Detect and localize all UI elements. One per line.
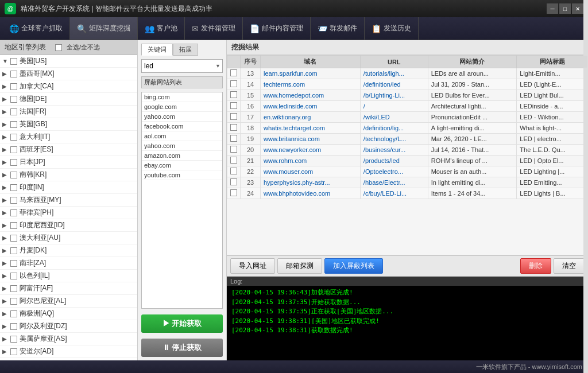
region-checkbox[interactable] xyxy=(10,134,17,141)
tree-item-al[interactable]: ▶ 阿尔巴尼亚[AL] xyxy=(0,295,137,308)
region-checkbox[interactable] xyxy=(10,71,17,77)
tree-item-gb[interactable]: ▶ 英国[GB] xyxy=(0,118,137,131)
table-row[interactable]: 14 techterms.com /definition/led Jul 31,… xyxy=(227,79,588,90)
row-checkbox[interactable] xyxy=(227,134,241,145)
tree-item-dz[interactable]: ▶ 阿尔及利亚[DZ] xyxy=(0,320,137,333)
region-checkbox[interactable] xyxy=(10,222,17,229)
region-checkbox[interactable] xyxy=(10,209,17,216)
row-checkbox[interactable] xyxy=(227,145,241,156)
nav-send-history[interactable]: 📋 发送历史 xyxy=(365,17,419,40)
table-row[interactable]: 17 en.wiktionary.org /wiki/LED Pronuncia… xyxy=(227,112,588,123)
maximize-button[interactable]: □ xyxy=(559,3,571,14)
region-checkbox[interactable] xyxy=(10,96,17,103)
table-row[interactable]: 18 whatis.techtarget.com /definition/lig… xyxy=(227,123,588,134)
select-all-label[interactable]: 全选/全不选 xyxy=(67,43,100,52)
nav-customer-pool[interactable]: 👥 客户池 xyxy=(138,17,185,40)
tab-expand[interactable]: 拓展 xyxy=(173,44,198,56)
table-row[interactable]: 24 www.bhphotovideo.com /c/buy/LED-Li...… xyxy=(227,188,588,199)
region-checkbox[interactable] xyxy=(10,108,17,115)
row-checkbox[interactable] xyxy=(227,112,241,123)
import-url-button[interactable]: 导入网址 xyxy=(230,258,275,274)
tree-item-au[interactable]: ▶ 澳大利亚[AU] xyxy=(0,232,137,244)
tab-keyword[interactable]: 关键词 xyxy=(141,44,173,56)
region-checkbox[interactable] xyxy=(10,247,17,254)
blocked-site-item[interactable]: youtube.com xyxy=(142,170,222,180)
tree-item-dk[interactable]: ▶ 丹麦[DK] xyxy=(0,244,137,257)
table-row[interactable]: 22 www.mouser.com /Optoelectro... Mouser… xyxy=(227,166,588,177)
add-to-blocked-button[interactable]: 加入屏蔽列表 xyxy=(324,258,383,274)
region-checkbox[interactable] xyxy=(10,310,17,317)
region-checkbox[interactable] xyxy=(10,273,17,279)
clear-button[interactable]: 清空 xyxy=(554,258,585,274)
table-row[interactable]: 23 hyperphysics.phy-astr... /hbase/Elect… xyxy=(227,177,588,188)
row-checkbox[interactable] xyxy=(227,156,241,166)
blocked-site-item[interactable]: google.com xyxy=(142,102,222,112)
nav-mail-content[interactable]: 📄 邮件内容管理 xyxy=(243,17,311,40)
keyword-input[interactable] xyxy=(141,59,223,73)
select-all-checkbox[interactable] xyxy=(55,44,62,51)
tree-item-it[interactable]: ▶ 意大利[IT] xyxy=(0,131,137,143)
tree-item-za[interactable]: ▶ 南非[ZA] xyxy=(0,257,137,270)
region-checkbox[interactable] xyxy=(10,184,17,191)
region-checkbox[interactable] xyxy=(10,172,17,178)
region-checkbox[interactable] xyxy=(10,336,17,343)
tree-item-id[interactable]: ▶ 印度尼西亚[ID] xyxy=(0,219,137,232)
region-checkbox[interactable] xyxy=(10,121,17,128)
blocked-site-item[interactable]: facebook.com xyxy=(142,122,222,131)
tree-item-ph[interactable]: ▶ 菲律宾[PH] xyxy=(0,207,137,219)
start-button[interactable]: ▶ 开始获取 xyxy=(141,314,223,333)
tree-item-in[interactable]: ▶ 印度[IN] xyxy=(0,181,137,194)
tree-item-il[interactable]: ▶ 以色列[IL] xyxy=(0,270,137,282)
tree-item-fr[interactable]: ▶ 法国[FR] xyxy=(0,106,137,118)
blocked-site-item[interactable]: aol.com xyxy=(142,131,222,141)
region-checkbox[interactable] xyxy=(10,197,17,204)
tree-item-mx[interactable]: ▶ 墨西哥[MX] xyxy=(0,68,137,80)
blocked-site-item[interactable]: yahoo.com xyxy=(142,112,222,122)
table-row[interactable]: 16 www.ledinside.com / Architectural lig… xyxy=(227,101,588,112)
blocked-site-item[interactable]: amazon.com xyxy=(142,151,222,161)
region-checkbox[interactable] xyxy=(10,323,17,330)
tree-item-de[interactable]: ▶ 德国[DE] xyxy=(0,93,137,106)
nav-global-grab[interactable]: 🌐 全球客户抓取 xyxy=(2,17,70,40)
row-checkbox[interactable] xyxy=(227,101,241,112)
row-checkbox[interactable] xyxy=(227,68,241,79)
table-row[interactable]: 15 www.homedepot.com /b/Lighting-Li... L… xyxy=(227,90,588,101)
tree-item-ad[interactable]: ▶ 安道尔[AD] xyxy=(0,345,137,358)
tree-item-kr[interactable]: ▶ 南韩[KR] xyxy=(0,169,137,181)
tree-item-jp[interactable]: ▶ 日本[JP] xyxy=(0,156,137,169)
close-button[interactable]: ✕ xyxy=(572,3,583,14)
row-checkbox[interactable] xyxy=(227,166,241,177)
email-probe-button[interactable]: 邮箱探测 xyxy=(277,258,322,274)
table-row[interactable]: 19 www.britannica.com /technology/L... M… xyxy=(227,134,588,145)
blocked-site-item[interactable]: ebay.com xyxy=(142,161,222,170)
region-checkbox[interactable] xyxy=(10,83,17,90)
nav-matrix-dig[interactable]: 🔍 矩阵深度挖掘 xyxy=(70,17,138,40)
region-checkbox[interactable] xyxy=(10,159,17,166)
region-checkbox[interactable] xyxy=(10,260,17,267)
stop-button[interactable]: ⏸ 停止获取 xyxy=(141,339,223,357)
region-checkbox[interactable] xyxy=(10,348,17,355)
table-row[interactable]: 20 www.newyorker.com /business/cur... Ju… xyxy=(227,145,588,156)
row-checkbox[interactable] xyxy=(227,188,241,199)
region-checkbox[interactable] xyxy=(10,146,17,153)
nav-group-mail[interactable]: 📨 群发邮件 xyxy=(311,17,365,40)
tree-item-ca[interactable]: ▶ 加拿大[CA] xyxy=(0,80,137,93)
delete-button[interactable]: 删除 xyxy=(520,258,551,274)
region-checkbox[interactable] xyxy=(10,298,17,305)
region-checkbox[interactable] xyxy=(10,235,17,242)
blocked-site-item[interactable]: bing.com xyxy=(142,92,222,102)
row-checkbox[interactable] xyxy=(227,177,241,188)
tree-item-my[interactable]: ▶ 马来西亚[MY] xyxy=(0,194,137,207)
tree-item-as[interactable]: ▶ 美属萨摩亚[AS] xyxy=(0,333,137,345)
table-row[interactable]: 21 www.rohm.com /products/led ROHM's lin… xyxy=(227,156,588,166)
blocked-sites-list[interactable]: bing.comgoogle.comyahoo.comfacebook.coma… xyxy=(141,92,223,309)
tree-item-aq[interactable]: ▶ 南极洲[AQ] xyxy=(0,308,137,320)
nav-outbox[interactable]: ✉ 发件箱管理 xyxy=(185,17,243,40)
tree-item-us[interactable]: ▼ 美国[US] xyxy=(0,55,137,68)
blocked-site-item[interactable]: yahoo.com xyxy=(142,141,222,151)
region-checkbox[interactable] xyxy=(10,285,17,292)
tree-item-af[interactable]: ▶ 阿富汗[AF] xyxy=(0,282,137,295)
row-checkbox[interactable] xyxy=(227,90,241,101)
tree-item-es[interactable]: ▶ 西班牙[ES] xyxy=(0,143,137,156)
minimize-button[interactable]: ─ xyxy=(547,3,558,14)
